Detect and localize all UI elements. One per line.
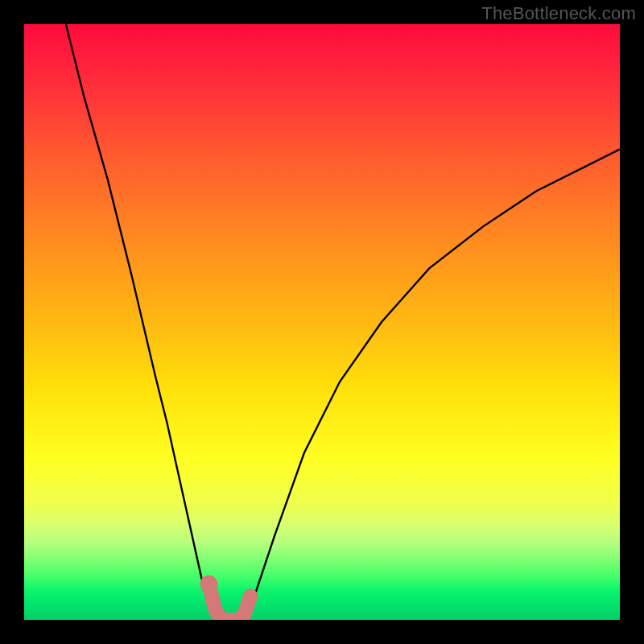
plot-area bbox=[24, 24, 620, 620]
curve-layer bbox=[24, 24, 620, 620]
curve-left bbox=[66, 24, 221, 620]
watermark-text: TheBottleneck.com bbox=[481, 3, 636, 24]
chart-frame: TheBottleneck.com bbox=[0, 0, 644, 644]
curve-right bbox=[245, 149, 620, 620]
highlight-dot bbox=[200, 576, 217, 593]
